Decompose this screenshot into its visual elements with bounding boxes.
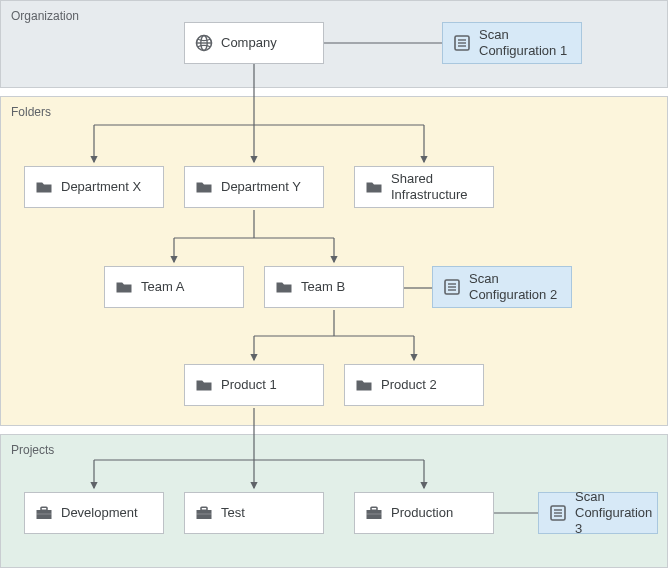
- node-team-b: Team B: [264, 266, 404, 308]
- node-label: Department Y: [221, 179, 313, 195]
- node-label: Product 2: [381, 377, 473, 393]
- node-product-2: Product 2: [344, 364, 484, 406]
- config-icon: [453, 34, 471, 52]
- node-team-a: Team A: [104, 266, 244, 308]
- folder-icon: [195, 178, 213, 196]
- node-scan-config-1: ScanConfiguration 1: [442, 22, 582, 64]
- node-product-1: Product 1: [184, 364, 324, 406]
- node-label: Production: [391, 505, 483, 521]
- section-label-organization: Organization: [11, 9, 79, 23]
- node-label: Company: [221, 35, 313, 51]
- folder-icon: [115, 278, 133, 296]
- node-label: Product 1: [221, 377, 313, 393]
- node-development: Development: [24, 492, 164, 534]
- node-scan-config-2: ScanConfiguration 2: [432, 266, 572, 308]
- folder-icon: [365, 178, 383, 196]
- briefcase-icon: [365, 504, 383, 522]
- globe-icon: [195, 34, 213, 52]
- node-department-y: Department Y: [184, 166, 324, 208]
- node-label: ScanConfiguration 2: [469, 271, 561, 304]
- node-label: SharedInfrastructure: [391, 171, 483, 204]
- node-label: Development: [61, 505, 153, 521]
- node-shared-infrastructure: SharedInfrastructure: [354, 166, 494, 208]
- node-department-x: Department X: [24, 166, 164, 208]
- node-scan-config-3: ScanConfiguration 3: [538, 492, 658, 534]
- node-company: Company: [184, 22, 324, 64]
- config-icon: [549, 504, 567, 522]
- briefcase-icon: [35, 504, 53, 522]
- node-label: Team A: [141, 279, 233, 295]
- node-label: Department X: [61, 179, 153, 195]
- folder-icon: [355, 376, 373, 394]
- folder-icon: [275, 278, 293, 296]
- config-icon: [443, 278, 461, 296]
- node-label: ScanConfiguration 1: [479, 27, 571, 60]
- node-test: Test: [184, 492, 324, 534]
- section-label-folders: Folders: [11, 105, 51, 119]
- node-production: Production: [354, 492, 494, 534]
- folder-icon: [195, 376, 213, 394]
- folder-icon: [35, 178, 53, 196]
- node-label: Team B: [301, 279, 393, 295]
- section-label-projects: Projects: [11, 443, 54, 457]
- node-label: Test: [221, 505, 313, 521]
- briefcase-icon: [195, 504, 213, 522]
- section-folders: Folders: [0, 96, 668, 426]
- node-label: ScanConfiguration 3: [575, 489, 652, 538]
